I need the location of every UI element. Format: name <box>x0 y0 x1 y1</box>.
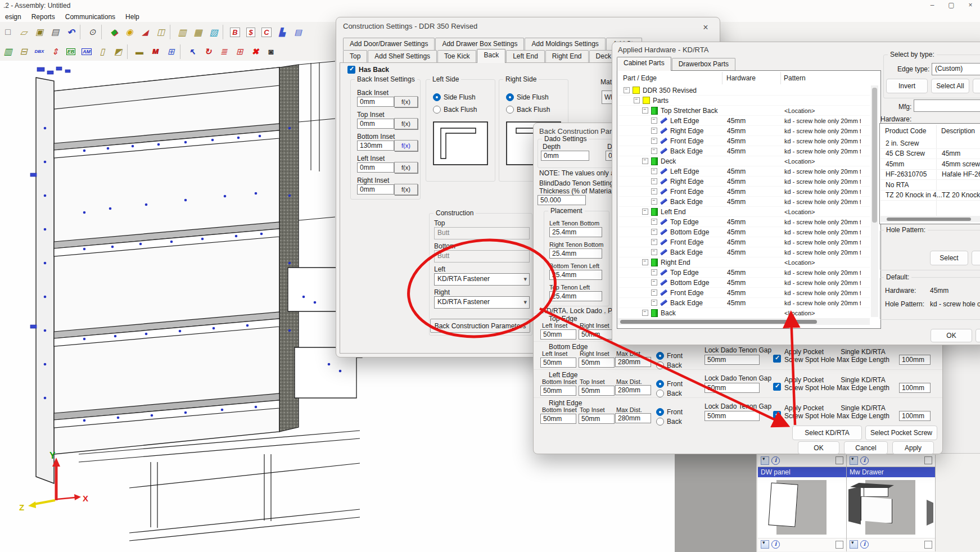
part-tab[interactable]: Back <box>477 49 505 63</box>
expand-collapse-icon[interactable] <box>642 209 648 215</box>
menu-item[interactable]: Help <box>120 13 144 21</box>
hardware-row[interactable]: 45 CB Screw 45mm <box>880 149 980 160</box>
hardware-row[interactable]: HF-26310705 Hafale HF-263 <box>880 170 980 180</box>
col-pattern[interactable]: Pattern <box>784 74 806 82</box>
lock-dado-input[interactable]: 50mm <box>704 355 760 365</box>
inset-input[interactable]: 0mm <box>357 184 394 194</box>
col-description[interactable]: Description <box>941 127 975 135</box>
max-dist-input[interactable]: 280mm <box>615 357 651 367</box>
card-checkbox[interactable] <box>924 541 932 549</box>
tree-row[interactable]: Front Edge 45mm kd - screw hole only 20m… <box>618 237 870 247</box>
info-icon[interactable] <box>771 456 780 465</box>
tree-row[interactable]: Back Edge 45mm kd - screw hole only 20mm… <box>618 197 870 207</box>
inset-input[interactable]: 0mm <box>357 162 394 173</box>
tree-row[interactable]: Right Edge 45mm kd - screw hole only 20m… <box>618 177 870 187</box>
ok-button[interactable]: OK <box>798 441 839 454</box>
construction-method-dropdown[interactable]: Butt <box>434 250 530 263</box>
back-construction-parameters-button[interactable]: Back Construction Parameters <box>430 319 530 333</box>
card-checkbox[interactable] <box>836 456 843 464</box>
apply-button[interactable]: Apply <box>892 441 934 454</box>
hardware-row[interactable]: 45mm 45mm screw <box>880 159 980 170</box>
inset1-input[interactable]: 50mm <box>540 386 576 396</box>
inset1-input[interactable]: 50mm <box>540 414 576 424</box>
max-edge-length-input[interactable]: 100mm <box>899 383 931 393</box>
expand-collapse-icon[interactable] <box>651 219 657 225</box>
part-tab[interactable]: Right End <box>545 50 589 62</box>
part-tab[interactable]: Add Shelf Settings <box>368 50 437 62</box>
tree-row[interactable]: Front Edge 45mm kd - screw hole only 20m… <box>618 187 870 197</box>
inset2-input[interactable]: 50mm <box>579 358 615 368</box>
catalog-card[interactable]: DW panel <box>758 455 847 551</box>
formula-button[interactable]: f(x) <box>394 140 418 151</box>
inset-input[interactable]: 0mm <box>357 97 394 107</box>
has-back-checkbox[interactable] <box>347 66 355 74</box>
expand-collapse-icon[interactable] <box>651 249 657 255</box>
card-thumbnail[interactable] <box>758 477 846 538</box>
clipped-button[interactable] <box>973 79 980 93</box>
max-dist-input[interactable]: 280mm <box>615 385 651 395</box>
col-product-code[interactable]: Product Code <box>885 127 926 135</box>
construction-method-dropdown[interactable]: KD/RTA Fastener <box>434 296 530 309</box>
cancel-button[interactable]: Cancel <box>844 441 888 454</box>
expand-collapse-icon[interactable] <box>651 300 657 306</box>
menu-item[interactable]: Reports <box>26 13 60 21</box>
select-all-button[interactable]: Select All <box>931 79 969 93</box>
expand-collapse-icon[interactable] <box>634 97 640 103</box>
tree-row[interactable]: Bottom Edge 45mm kd - screw hole only 20… <box>618 278 870 288</box>
lock-dado-input[interactable]: 50mm <box>704 411 760 421</box>
back-radio[interactable] <box>656 418 664 426</box>
col-part-edge[interactable]: Part / Edge <box>623 74 657 82</box>
tree-row[interactable]: Back <Location> <box>618 308 870 317</box>
formula-button[interactable]: f(x) <box>394 118 418 129</box>
back-flush-radio[interactable] <box>506 106 514 114</box>
part-tab[interactable]: Top <box>343 50 367 62</box>
catalog-card[interactable]: Mw Drawer <box>847 455 936 551</box>
hardware-row[interactable]: 2 in. Screw <box>880 138 980 149</box>
dropdown-icon[interactable] <box>761 540 769 549</box>
inset-input[interactable]: 0mm <box>357 119 394 129</box>
formula-button[interactable]: f(x) <box>394 96 418 107</box>
expand-collapse-icon[interactable] <box>642 107 648 114</box>
part-tab[interactable]: Toe Kick <box>437 50 476 62</box>
edge-type-dropdown[interactable]: (Custom) <box>932 63 980 75</box>
expand-collapse-icon[interactable] <box>642 158 648 164</box>
expand-collapse-icon[interactable] <box>651 188 657 194</box>
tree-row[interactable]: Deck <Location> <box>618 156 870 166</box>
tree-row[interactable]: Back Edge 45mm kd - screw hole only 20mm… <box>618 247 870 257</box>
tree-row[interactable]: Left Edge 45mm kd - screw hole only 20mm… <box>618 116 870 126</box>
expand-collapse-icon[interactable] <box>651 148 657 154</box>
hardware-row[interactable]: TZ 20 Knock in 4... TZ 20 Knock i <box>880 191 980 201</box>
inset2-input[interactable]: 50mm <box>579 386 615 396</box>
max-edge-length-input[interactable]: 100mm <box>899 355 931 365</box>
dropdown-icon[interactable] <box>761 456 769 465</box>
menu-item[interactable]: Communications <box>60 13 120 21</box>
ok-button[interactable]: OK <box>931 329 972 342</box>
card-checkbox[interactable] <box>836 541 843 549</box>
card-thumbnail[interactable] <box>847 477 935 538</box>
part-tab[interactable]: Left End <box>506 50 545 62</box>
hardware-tab[interactable]: Drawerbox Parts <box>672 58 735 70</box>
dropdown-icon[interactable] <box>850 540 858 549</box>
clipped-button[interactable] <box>976 329 980 342</box>
tree-row[interactable]: Front Edge 45mm kd - screw hole only 20m… <box>618 288 870 298</box>
expand-collapse-icon[interactable] <box>642 259 648 265</box>
front-radio[interactable] <box>656 352 664 360</box>
info-icon[interactable] <box>860 540 869 549</box>
hardware-tab[interactable]: Cabinet Parts <box>617 57 671 71</box>
lock-dado-input[interactable]: 50mm <box>704 383 760 393</box>
tree-row[interactable]: Left End <Location> <box>618 207 870 217</box>
expand-collapse-icon[interactable] <box>651 178 657 184</box>
settings-tab[interactable]: Add Door/Drawer Settings <box>343 38 435 50</box>
apply-pocket-checkbox[interactable] <box>773 355 781 363</box>
inset1-input[interactable]: 50mm <box>540 358 576 368</box>
info-icon[interactable] <box>771 540 780 549</box>
tree-row[interactable]: DDR 350 Revised <box>618 85 870 96</box>
info-icon[interactable] <box>860 456 869 465</box>
tree-row[interactable]: Back Edge 45mm kd - screw hole only 20mm… <box>618 146 870 156</box>
tree-row[interactable]: Top Edge 45mm kd - screw hole only 20mm … <box>618 217 870 227</box>
side-flush-radio[interactable] <box>433 93 441 101</box>
tree-row[interactable]: Parts <box>618 96 870 106</box>
inset2-input[interactable]: 50mm <box>579 414 615 424</box>
dropdown-icon[interactable] <box>850 456 858 465</box>
col-hardware[interactable]: Hardware <box>726 74 756 82</box>
